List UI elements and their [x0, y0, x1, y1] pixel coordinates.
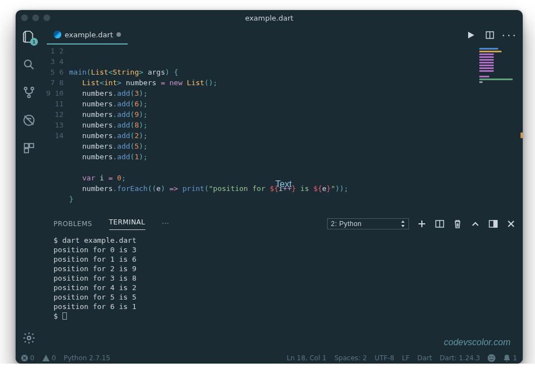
- debug-icon[interactable]: [21, 112, 37, 128]
- bell-notifications[interactable]: 1: [503, 354, 517, 362]
- minimize-window-button[interactable]: [32, 14, 39, 21]
- panel-tab-bar: PROBLEMS TERMINAL ··· 2: Python: [42, 214, 523, 233]
- code-editor[interactable]: 1 2 3 4 5 6 7 8 9 10 11 12 13 14 main(Li…: [42, 45, 523, 214]
- tab-bar: example.dart ···: [42, 26, 523, 45]
- chevron-up-icon[interactable]: [470, 219, 480, 229]
- feedback-smiley-icon[interactable]: [488, 354, 495, 362]
- code-content[interactable]: main(List<String> args) { List<int> numb…: [69, 45, 523, 214]
- overlay-annotation: Text: [275, 179, 291, 189]
- svg-point-2: [25, 87, 27, 90]
- tab-terminal[interactable]: TERMINAL: [109, 218, 145, 230]
- status-bar: 0 0 Python 2.7.15 Ln 18, Col 1 Spaces: 2…: [16, 351, 523, 364]
- split-editor-icon[interactable]: [485, 30, 495, 40]
- new-terminal-icon[interactable]: [417, 219, 427, 229]
- extensions-icon[interactable]: [21, 140, 37, 156]
- panel-actions: 2: Python: [327, 218, 516, 229]
- explorer-icon[interactable]: 1: [21, 29, 37, 45]
- line-gutter: 1 2 3 4 5 6 7 8 9 10 11 12 13 14: [42, 45, 69, 214]
- svg-point-0: [25, 60, 31, 67]
- eol[interactable]: LF: [402, 354, 410, 362]
- toggle-panel-icon[interactable]: [488, 219, 498, 229]
- python-version[interactable]: Python 2.7.15: [64, 354, 110, 362]
- terminal-output[interactable]: $ dart example.dartposition for 0 is 3po…: [42, 233, 523, 351]
- overview-ruler-mark: [521, 133, 523, 138]
- editor-group: example.dart ··· 1 2 3 4 5 6 7 8 9 10 11…: [42, 26, 523, 351]
- traffic-lights: [21, 14, 50, 21]
- svg-rect-7: [30, 144, 33, 148]
- activity-bar: 1: [16, 26, 42, 351]
- maximize-window-button[interactable]: [43, 14, 50, 21]
- terminal-selector[interactable]: 2: Python: [327, 218, 409, 229]
- more-actions-icon[interactable]: ···: [504, 30, 514, 40]
- svg-rect-17: [494, 220, 497, 227]
- warnings-count[interactable]: 0: [42, 354, 56, 362]
- tab-more[interactable]: ···: [162, 220, 169, 228]
- title-bar: example.dart: [16, 10, 523, 26]
- bottom-panel: PROBLEMS TERMINAL ··· 2: Python: [42, 214, 523, 351]
- tab-example-dart[interactable]: example.dart: [47, 26, 128, 45]
- dart-sdk-version[interactable]: Dart: 1.24.3: [440, 354, 480, 362]
- run-icon[interactable]: [466, 30, 476, 40]
- svg-point-3: [31, 87, 34, 90]
- tab-label: example.dart: [65, 31, 113, 39]
- explorer-badge: 1: [30, 38, 38, 46]
- main-area: 1 example.d: [16, 26, 523, 351]
- minimap[interactable]: [476, 47, 519, 114]
- tab-problems[interactable]: PROBLEMS: [54, 220, 93, 228]
- split-terminal-icon[interactable]: [435, 219, 445, 229]
- svg-point-9: [27, 336, 31, 340]
- dart-file-icon: [54, 31, 61, 38]
- terminal-selector-label: 2: Python: [331, 220, 362, 228]
- close-window-button[interactable]: [21, 14, 28, 21]
- indent-setting[interactable]: Spaces: 2: [334, 354, 367, 362]
- errors-count[interactable]: 0: [21, 354, 35, 362]
- vscode-window: example.dart 1: [16, 10, 523, 364]
- unsaved-dot-icon: [116, 32, 121, 37]
- svg-rect-8: [25, 149, 28, 153]
- search-icon[interactable]: [21, 57, 37, 72]
- watermark-text: codevscolor.com: [444, 337, 510, 347]
- svg-point-24: [490, 356, 491, 357]
- source-control-icon[interactable]: [21, 85, 37, 100]
- svg-point-4: [28, 95, 31, 98]
- editor-actions: ···: [466, 30, 518, 40]
- cursor-position[interactable]: Ln 18, Col 1: [286, 354, 327, 362]
- svg-line-1: [31, 66, 34, 70]
- chevron-updown-icon: [401, 220, 405, 227]
- language-mode[interactable]: Dart: [417, 354, 432, 362]
- encoding[interactable]: UTF-8: [374, 354, 394, 362]
- svg-rect-6: [25, 144, 28, 148]
- close-panel-icon[interactable]: [506, 219, 516, 229]
- svg-point-25: [493, 356, 494, 357]
- window-title: example.dart: [245, 14, 294, 22]
- svg-point-23: [488, 354, 495, 362]
- settings-gear-icon[interactable]: [21, 330, 37, 346]
- trash-icon[interactable]: [453, 219, 463, 229]
